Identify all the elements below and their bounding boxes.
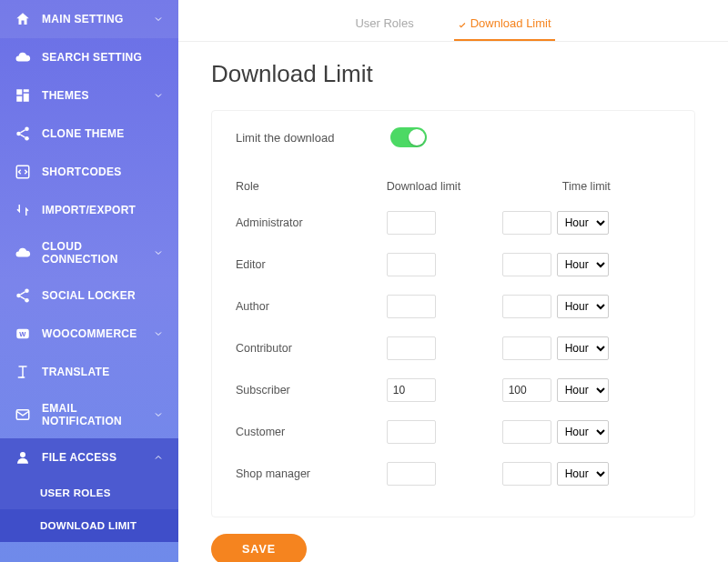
- svg-point-6: [25, 298, 29, 303]
- layout-icon: [15, 87, 31, 104]
- time-limit-input[interactable]: [502, 462, 551, 486]
- role-name: Editor: [236, 258, 387, 271]
- sidebar-item-clone-theme[interactable]: CLONE THEME: [0, 115, 178, 153]
- sidebar-item-search-setting[interactable]: SEARCH SETTING: [0, 38, 178, 76]
- download-limit-input[interactable]: [387, 211, 436, 235]
- download-limit-input[interactable]: [387, 336, 436, 360]
- download-limit-input[interactable]: [387, 378, 436, 402]
- role-name: Administrator: [236, 216, 387, 229]
- time-limit-input[interactable]: [502, 336, 551, 360]
- download-limit-input[interactable]: [387, 420, 436, 444]
- download-limit-input[interactable]: [387, 253, 436, 276]
- toggle-row: Limit the download: [236, 127, 671, 147]
- role-name: Customer: [236, 426, 387, 438]
- time-limit-input[interactable]: [502, 211, 551, 235]
- tabs: User RolesDownload Limit: [178, 0, 728, 42]
- chevron-down-icon: [153, 328, 164, 339]
- sidebar-item-label: CLOUD CONNECTION: [42, 240, 153, 266]
- sidebar-item-label: EMAIL NOTIFICATION: [42, 402, 153, 427]
- role-row: SubscriberHour: [236, 369, 671, 411]
- sidebar-item-label: CLONE THEME: [42, 127, 164, 140]
- time-unit-select[interactable]: Hour: [557, 211, 609, 235]
- mail-icon: [15, 406, 31, 423]
- chevron-down-icon: [153, 247, 164, 258]
- sidebar-item-label: WOOCOMMERCE: [42, 327, 153, 340]
- time-limit-input[interactable]: [502, 378, 551, 402]
- time-limit-input[interactable]: [502, 253, 551, 276]
- role-row: Shop managerHour: [236, 453, 671, 495]
- download-limit-input[interactable]: [387, 295, 436, 318]
- role-name: Shop manager: [236, 467, 387, 480]
- toggle-label: Limit the download: [236, 131, 390, 145]
- share-icon: [15, 125, 31, 142]
- col-role-header: Role: [236, 180, 387, 193]
- chevron-down-icon: [153, 14, 164, 25]
- col-tl-header: Time limit: [502, 180, 671, 193]
- sidebar-item-cloud-connection[interactable]: CLOUD CONNECTION: [0, 229, 178, 276]
- user-icon: [15, 449, 31, 466]
- sidebar-item-label: MAIN SETTING: [42, 13, 153, 25]
- svg-point-10: [20, 452, 25, 457]
- woo-icon: W: [15, 326, 31, 342]
- time-limit-input[interactable]: [502, 420, 551, 444]
- time-unit-select[interactable]: Hour: [557, 295, 609, 318]
- role-row: EditorHour: [236, 244, 671, 286]
- role-row: AdministratorHour: [236, 202, 671, 244]
- time-unit-select[interactable]: Hour: [557, 378, 609, 402]
- role-name: Subscriber: [236, 384, 387, 396]
- sidebar-sub-user-roles[interactable]: USER ROLES: [0, 477, 178, 509]
- sidebar-item-woocommerce[interactable]: WWOOCOMMERCE: [0, 315, 178, 353]
- main: User RolesDownload Limit Download Limit …: [178, 0, 728, 562]
- sidebar-item-main-setting[interactable]: MAIN SETTING: [0, 0, 178, 38]
- download-limit-input[interactable]: [387, 462, 436, 486]
- svg-point-4: [25, 289, 29, 294]
- limit-toggle[interactable]: [390, 127, 427, 147]
- time-unit-select[interactable]: Hour: [557, 336, 609, 360]
- tab-user-roles[interactable]: User Roles: [351, 9, 417, 41]
- check-icon: [458, 19, 467, 28]
- sidebar-item-label: SOCIAL LOCKER: [42, 289, 164, 302]
- sidebar-item-themes[interactable]: THEMES: [0, 76, 178, 115]
- sidebar-item-file-access[interactable]: FILE ACCESS: [0, 438, 178, 477]
- tab-label: Download Limit: [470, 16, 551, 30]
- home-icon: [15, 11, 31, 27]
- sidebar-item-import-export[interactable]: IMPORT/EXPORT: [0, 191, 178, 229]
- svg-point-1: [16, 132, 21, 136]
- tab-download-limit[interactable]: Download Limit: [454, 9, 555, 41]
- time-limit-input[interactable]: [502, 295, 551, 318]
- time-unit-select[interactable]: Hour: [557, 253, 609, 276]
- sidebar: MAIN SETTINGSEARCH SETTINGTHEMESCLONE TH…: [0, 0, 178, 562]
- sidebar-item-shortcodes[interactable]: SHORTCODES: [0, 153, 178, 191]
- svg-point-5: [16, 294, 21, 298]
- svg-point-2: [25, 136, 29, 141]
- sidebar-item-label: FILE ACCESS: [42, 451, 153, 464]
- sidebar-item-email-notification[interactable]: EMAIL NOTIFICATION: [0, 391, 178, 438]
- role-name: Contributor: [236, 342, 387, 355]
- role-row: ContributorHour: [236, 327, 671, 369]
- chevron-down-icon: [153, 409, 164, 420]
- svg-point-0: [25, 127, 29, 132]
- table-header: Role Download limit Time limit: [236, 171, 671, 202]
- text-icon: [15, 364, 31, 380]
- cloud-icon: [15, 49, 31, 65]
- sidebar-item-label: IMPORT/EXPORT: [42, 204, 164, 216]
- svg-text:W: W: [19, 330, 26, 338]
- time-unit-select[interactable]: Hour: [557, 462, 609, 486]
- role-row: AuthorHour: [236, 286, 671, 327]
- sidebar-item-label: SHORTCODES: [42, 166, 164, 178]
- sidebar-item-label: THEMES: [42, 89, 153, 102]
- role-row: CustomerHour: [236, 411, 671, 453]
- time-unit-select[interactable]: Hour: [557, 420, 609, 444]
- sidebar-item-label: SEARCH SETTING: [42, 51, 164, 64]
- sidebar-item-label: TRANSLATE: [42, 366, 164, 378]
- save-button[interactable]: SAVE: [211, 534, 307, 562]
- transfer-icon: [15, 202, 31, 218]
- chevron-down-icon: [153, 90, 164, 101]
- sidebar-item-translate[interactable]: TRANSLATE: [0, 353, 178, 391]
- page-title: Download Limit: [211, 60, 695, 88]
- share-icon: [15, 287, 31, 304]
- sidebar-item-social-locker[interactable]: SOCIAL LOCKER: [0, 276, 178, 315]
- sidebar-sub-download-limit[interactable]: DOWNLOAD LIMIT: [0, 509, 178, 542]
- cloud-icon: [15, 245, 31, 261]
- settings-card: Limit the download Role Download limit T…: [211, 110, 695, 517]
